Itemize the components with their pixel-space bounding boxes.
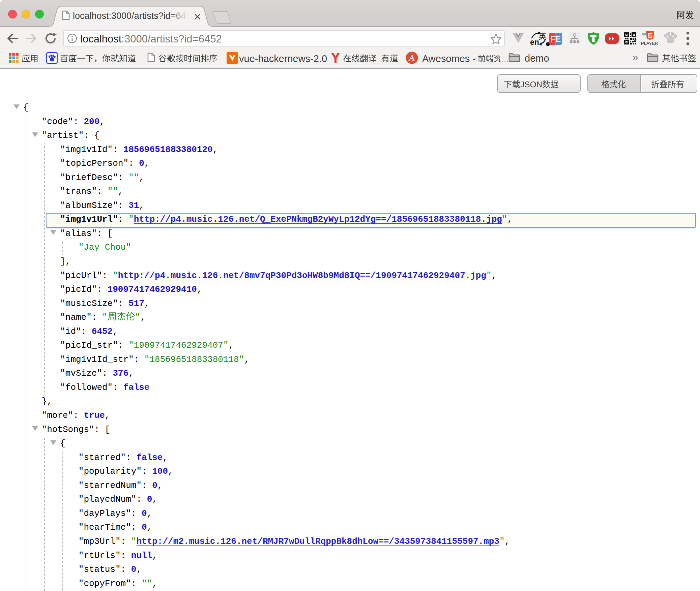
svg-text:FE: FE — [551, 34, 561, 43]
svg-text:A: A — [408, 53, 414, 63]
svg-text:PLAYER: PLAYER — [641, 41, 658, 46]
svg-text:en: en — [530, 38, 539, 46]
